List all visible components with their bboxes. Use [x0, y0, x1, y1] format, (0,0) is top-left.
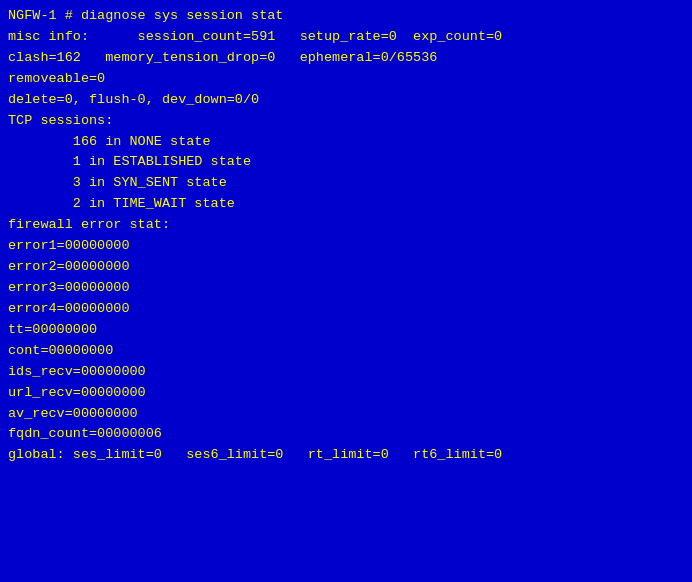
- terminal-line-delete: delete=0, flush-0, dev_down=0/0: [8, 90, 684, 111]
- terminal-line-url-recv: url_recv=00000000: [8, 383, 684, 404]
- terminal-line-error2: error2=00000000: [8, 257, 684, 278]
- terminal-line-global: global: ses_limit=0 ses6_limit=0 rt_limi…: [8, 445, 684, 466]
- terminal-line-cont: cont=00000000: [8, 341, 684, 362]
- terminal-line-fqdn-count: fqdn_count=00000006: [8, 424, 684, 445]
- terminal-line-error3: error3=00000000: [8, 278, 684, 299]
- terminal-line-clash: clash=162 memory_tension_drop=0 ephemera…: [8, 48, 684, 69]
- terminal-line-tcp-1: 166 in NONE state: [8, 132, 684, 153]
- terminal-line-error4: error4=00000000: [8, 299, 684, 320]
- terminal-line-tcp-4: 2 in TIME_WAIT state: [8, 194, 684, 215]
- terminal-line-tcp-header: TCP sessions:: [8, 111, 684, 132]
- terminal-window: NGFW-1 # diagnose sys session statmisc i…: [0, 0, 692, 582]
- terminal-line-av-recv: av_recv=00000000: [8, 404, 684, 425]
- terminal-line-ids-recv: ids_recv=00000000: [8, 362, 684, 383]
- terminal-line-tt: tt=00000000: [8, 320, 684, 341]
- terminal-line-tcp-2: 1 in ESTABLISHED state: [8, 152, 684, 173]
- terminal-line-fw-header: firewall error stat:: [8, 215, 684, 236]
- terminal-line-removeable: removeable=0: [8, 69, 684, 90]
- terminal-line-tcp-3: 3 in SYN_SENT state: [8, 173, 684, 194]
- terminal-line-error1: error1=00000000: [8, 236, 684, 257]
- terminal-line-cmd: NGFW-1 # diagnose sys session stat: [8, 6, 684, 27]
- terminal-line-misc-info: misc info: session_count=591 setup_rate=…: [8, 27, 684, 48]
